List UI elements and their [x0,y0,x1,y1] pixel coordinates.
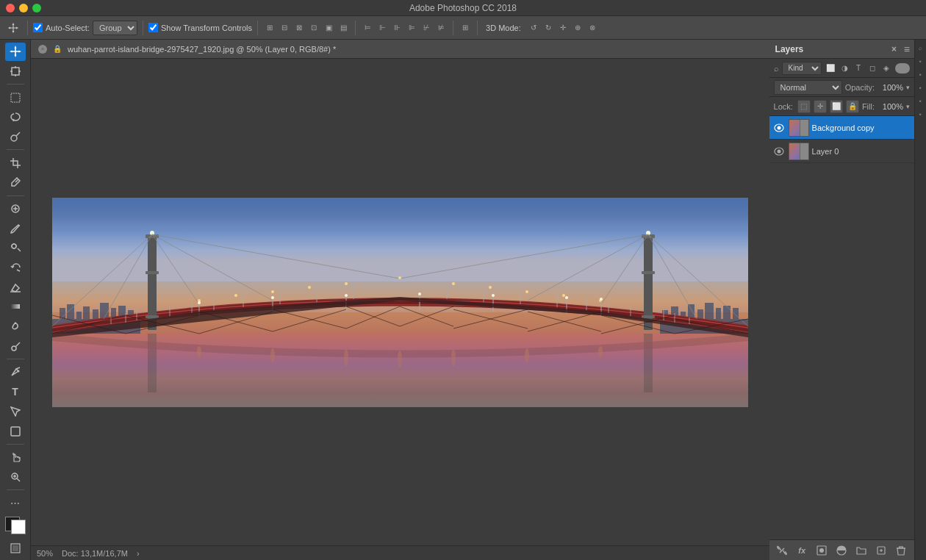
lock-pixel-icon[interactable]: ⬚ [797,100,811,113]
align-bottom-icon[interactable]: ▤ [337,21,350,35]
lasso-tool-button[interactable] [5,108,26,126]
layer-visibility-bg-copy[interactable] [772,121,786,134]
status-arrow[interactable]: › [137,549,140,558]
fill-arrow-icon[interactable]: ▾ [906,103,910,110]
align-left-icon[interactable]: ⊞ [263,21,276,35]
adjustment-button[interactable] [833,542,850,559]
dist-vert-icon[interactable]: ⊬ [420,21,433,35]
far-right-panel-4[interactable]: ▪ [916,96,926,106]
gradient-tool-button[interactable] [5,298,26,316]
marquee-tool-button[interactable] [5,88,26,107]
3d-zoom-icon[interactable]: ⊗ [586,21,599,35]
document-tab[interactable]: × 🔒 wuhan-parrot-island-bridge-2975427_1… [31,40,769,59]
close-button[interactable] [6,4,15,12]
path-select-button[interactable] [5,402,26,420]
far-right-panel-2[interactable]: ▪ [916,69,926,79]
svg-line-64 [152,234,273,301]
filter-type-icon[interactable]: T [853,62,864,74]
panel-close-icon[interactable]: × [891,44,897,54]
align-center-h-icon[interactable]: ⊟ [278,21,291,35]
opacity-arrow-icon[interactable]: ▾ [906,84,910,91]
3d-orbit-icon[interactable]: ⊕ [571,21,584,35]
panel-menu-icon[interactable]: ≡ [904,43,910,55]
svg-point-6 [11,135,17,141]
fx-button[interactable]: fx [794,542,810,559]
crop-tool-button[interactable] [5,154,26,172]
filter-pixel-icon[interactable]: ⬜ [825,62,836,74]
3d-walk-icon[interactable]: ✛ [556,21,570,35]
lock-artboard-icon[interactable]: ⬜ [830,100,843,113]
clone-tool-button[interactable] [5,239,26,257]
dist-left-icon[interactable]: ⊨ [361,21,374,35]
svg-line-66 [152,234,199,304]
artboard-tool-button[interactable] [5,62,26,81]
align-center-v-icon[interactable]: ▣ [322,21,335,35]
image-canvas[interactable] [52,198,748,407]
far-right-search-icon[interactable]: ⌕ [916,43,926,53]
new-group-button[interactable] [853,542,869,559]
filter-adjust-icon[interactable]: ◑ [839,62,850,74]
background-color[interactable] [11,520,26,534]
arrange-icon[interactable]: ⊞ [459,21,472,35]
brush-tool-button[interactable] [5,219,26,237]
layer-visibility-0[interactable] [772,145,786,158]
color-swatches[interactable] [5,517,26,535]
blend-mode-select[interactable]: Normal [774,80,842,95]
transform-controls-checkbox[interactable]: Show Transform Controls [148,23,252,32]
layer-item-0[interactable]: Layer 0 [769,140,914,163]
delete-layer-button[interactable] [893,542,909,559]
screen-mode-button[interactable] [5,539,26,557]
add-mask-button[interactable] [814,542,830,559]
align-top-icon[interactable]: ⊡ [307,21,320,35]
filter-toggle[interactable] [895,63,910,73]
filter-smart-icon[interactable]: ◈ [880,62,892,74]
history-brush-button[interactable] [5,259,26,277]
quick-select-button[interactable] [5,128,26,146]
far-right-panel-3[interactable]: ▪ [916,82,926,93]
more-tools-button[interactable]: ⋯ [5,494,26,512]
shape-tool-button[interactable] [5,422,26,440]
heal-tool-button[interactable] [5,200,26,218]
eraser-tool-button[interactable] [5,278,26,296]
filter-shape-icon[interactable]: ◻ [866,62,878,74]
lock-all-icon[interactable]: 🔒 [846,100,859,113]
auto-select-label: Auto-Select: [46,24,90,32]
auto-select-checkbox[interactable]: Auto-Select: [33,23,90,32]
move-tool-button[interactable] [5,43,26,61]
far-right-panel-5[interactable]: ▪ [916,109,926,119]
zoom-tool-button[interactable] [5,467,26,486]
dodge-tool-button[interactable] [5,337,26,355]
far-right-panel-1[interactable]: ▪ [916,56,926,66]
svg-rect-19 [11,304,20,309]
new-layer-button[interactable] [873,542,889,559]
layer-item-bg-copy[interactable]: Background copy [769,116,914,140]
svg-line-125 [273,309,346,329]
canvas-viewport [31,59,769,545]
text-tool-button[interactable]: T [5,383,26,401]
minimize-button[interactable] [19,4,28,12]
dist-right-icon[interactable]: ⊪ [390,21,403,35]
lt-sep-2 [7,149,24,150]
pen-tool-button[interactable] [5,363,26,381]
auto-select-input[interactable] [33,23,43,32]
transform-controls-input[interactable] [148,23,158,32]
align-right-icon[interactable]: ⊠ [292,21,306,35]
blur-tool-button[interactable] [5,317,26,336]
dist-center-icon[interactable]: ⊩ [376,21,389,35]
hand-tool-button[interactable] [5,448,26,467]
auto-select-type[interactable]: Group [93,21,137,35]
link-layers-button[interactable] [774,542,790,559]
svg-point-96 [271,290,274,293]
toolbar-sep-4 [355,21,356,35]
dist-top-icon[interactable]: ⊫ [405,21,418,35]
3d-rotate-icon[interactable]: ↺ [527,21,540,35]
layers-list: Background copy Layer 0 [769,116,914,539]
eyedropper-button[interactable] [5,173,26,192]
maximize-button[interactable] [32,4,41,12]
move-tool-icon[interactable] [4,19,22,37]
filter-type-select[interactable]: Kind [782,62,822,75]
tab-close-button[interactable]: × [38,45,47,54]
dist-bottom-icon[interactable]: ⊭ [434,21,448,35]
3d-pan-icon[interactable]: ↻ [542,21,555,35]
lock-position-icon[interactable]: ✛ [814,100,827,113]
